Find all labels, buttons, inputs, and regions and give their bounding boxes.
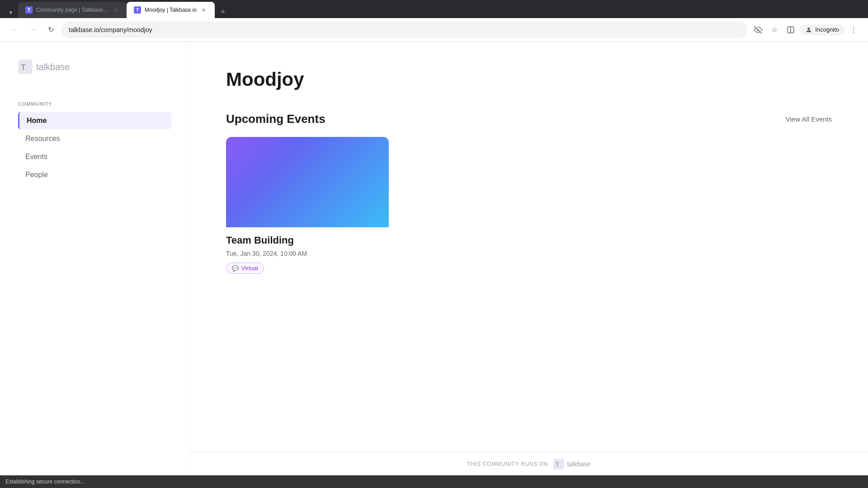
nav-item-people[interactable]: People xyxy=(18,166,171,183)
page-content: T talkbase COMMUNITY Home Resources Even… xyxy=(0,42,868,475)
tab-title-community: Community page | Talkbase.io xyxy=(36,7,108,13)
nav-section: COMMUNITY Home Resources Events People xyxy=(18,101,171,183)
nav-right: ☆ Incognito ⋮ xyxy=(751,23,861,37)
logo-text: talkbase xyxy=(36,62,70,72)
browser-frame: ▼ T Community page | Talkbase.io ✕ T Moo… xyxy=(0,0,868,488)
virtual-icon: 💬 xyxy=(232,265,239,272)
tabs-bar: ▼ T Community page | Talkbase.io ✕ T Moo… xyxy=(0,0,868,18)
back-btn[interactable]: ← xyxy=(7,23,22,37)
upcoming-events-section: Upcoming Events View All Events Team Bui… xyxy=(226,112,832,277)
address-bar[interactable]: talkbase.io/company/moodjoy xyxy=(61,22,747,38)
footer-logo: T talkbase xyxy=(553,459,590,469)
talkbase-logo-icon: T xyxy=(18,60,33,74)
svg-text:T: T xyxy=(21,63,26,72)
svg-point-3 xyxy=(808,27,810,29)
event-date: Tue, Jan 30, 2024, 10:00 AM xyxy=(226,250,389,257)
nav-bar: ← → ↻ talkbase.io/company/moodjoy ☆ Inco… xyxy=(0,18,868,42)
tab-community[interactable]: T Community page | Talkbase.io ✕ xyxy=(18,2,127,18)
event-card[interactable]: Team Building Tue, Jan 30, 2024, 10:00 A… xyxy=(226,137,389,277)
tab-moodjoy[interactable]: T Moodjoy | Talkbase.io ✕ xyxy=(127,2,215,18)
tab-add-btn[interactable]: + xyxy=(217,5,229,18)
logo-area: T talkbase xyxy=(18,60,171,74)
status-bar: Establishing secure connection... xyxy=(0,475,868,488)
tab-favicon-moodjoy: T xyxy=(134,6,141,14)
bookmark-icon[interactable]: ☆ xyxy=(767,23,782,37)
forward-btn[interactable]: → xyxy=(25,23,40,37)
nav-item-events[interactable]: Events xyxy=(18,148,171,165)
tab-close-community[interactable]: ✕ xyxy=(112,6,119,14)
tab-close-moodjoy[interactable]: ✕ xyxy=(200,6,208,14)
split-view-icon[interactable] xyxy=(783,23,798,37)
main-content: Moodjoy Upcoming Events View All Events … xyxy=(190,42,868,452)
section-title: Upcoming Events xyxy=(226,112,326,126)
incognito-btn[interactable]: Incognito xyxy=(800,24,844,35)
footer-brand-text: talkbase xyxy=(567,460,590,468)
tab-dropdown-btn[interactable]: ▼ xyxy=(5,7,16,18)
event-tag: 💬 Virtual xyxy=(226,263,264,274)
nav-items: Home Resources Events People xyxy=(18,112,171,183)
reload-btn[interactable]: ↻ xyxy=(43,23,58,37)
event-image xyxy=(226,137,389,227)
section-header: Upcoming Events View All Events xyxy=(226,112,832,126)
footer-logo-icon: T xyxy=(553,459,564,469)
eyeoff-icon[interactable] xyxy=(751,23,765,37)
incognito-label: Incognito xyxy=(815,26,839,33)
view-all-events-link[interactable]: View All Events xyxy=(786,115,832,123)
address-text: talkbase.io/company/moodjoy xyxy=(69,26,740,33)
status-text: Establishing secure connection... xyxy=(5,479,85,485)
nav-item-home[interactable]: Home xyxy=(18,112,171,129)
page-title: Moodjoy xyxy=(226,69,832,90)
more-menu-btn[interactable]: ⋮ xyxy=(846,23,861,37)
events-grid: Team Building Tue, Jan 30, 2024, 10:00 A… xyxy=(226,137,832,277)
event-tag-label: Virtual xyxy=(241,265,258,272)
nav-section-label: COMMUNITY xyxy=(18,101,171,107)
footer-label: THIS COMMUNITY RUNS ON xyxy=(467,461,548,467)
tab-favicon-community: T xyxy=(25,6,33,14)
event-info: Team Building Tue, Jan 30, 2024, 10:00 A… xyxy=(226,227,389,277)
footer-bar: THIS COMMUNITY RUNS ON T talkbase xyxy=(190,452,868,475)
event-title: Team Building xyxy=(226,235,389,246)
nav-item-resources[interactable]: Resources xyxy=(18,130,171,147)
sidebar: T talkbase COMMUNITY Home Resources Even… xyxy=(0,42,190,475)
svg-text:T: T xyxy=(556,461,560,468)
tab-title-moodjoy: Moodjoy | Talkbase.io xyxy=(145,7,197,13)
